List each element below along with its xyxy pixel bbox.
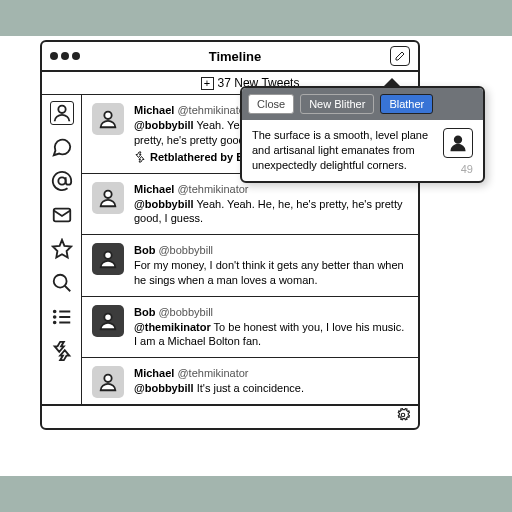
person-icon (97, 371, 119, 393)
tweet-item[interactable]: Bob @bobbybill For my money, I don't thi… (82, 235, 418, 297)
tweet-content: Bob @bobbybill For my money, I don't thi… (134, 243, 408, 288)
avatar[interactable] (92, 103, 124, 135)
svg-point-1 (58, 178, 65, 185)
avatar[interactable] (92, 243, 124, 275)
author-name[interactable]: Bob (134, 306, 155, 318)
avatar[interactable] (92, 366, 124, 398)
compose-text[interactable]: The surface is a smooth, level plane and… (252, 128, 435, 173)
svg-point-7 (104, 112, 111, 119)
reply-handle[interactable]: @bobbybill (134, 382, 194, 394)
sidebar (42, 95, 82, 404)
author-handle[interactable]: @tehmikinator (177, 183, 248, 195)
window-dot-icon (61, 52, 69, 60)
author-handle[interactable]: @tehmikinator (177, 104, 248, 116)
profile-icon (51, 102, 73, 124)
plus-icon: + (201, 77, 214, 90)
popover-header: Close New Blither Blather (242, 88, 483, 120)
tweet-text: For my money, I don't think it gets any … (134, 259, 404, 286)
author-name[interactable]: Michael (134, 104, 174, 116)
svg-point-10 (104, 313, 111, 320)
footer (42, 404, 418, 428)
sidebar-inbox[interactable] (50, 203, 74, 227)
title-bar: Timeline (42, 42, 418, 72)
sidebar-profile[interactable] (50, 101, 74, 125)
author-handle[interactable]: @tehmikinator (177, 367, 248, 379)
svg-point-8 (104, 190, 111, 197)
sidebar-mentions[interactable] (50, 169, 74, 193)
page-title: Timeline (80, 49, 390, 64)
compose-button[interactable] (390, 46, 410, 66)
tweet-text: It's just a coincidence. (194, 382, 304, 394)
window-dot-icon (72, 52, 80, 60)
list-icon (51, 306, 73, 328)
person-icon (448, 133, 468, 153)
sidebar-retweets[interactable] (50, 339, 74, 363)
new-blither-button[interactable]: New Blither (300, 94, 374, 114)
person-icon (97, 248, 119, 270)
speech-bubble-icon (51, 136, 73, 158)
svg-point-3 (53, 275, 66, 288)
search-icon (51, 272, 73, 294)
reply-handle[interactable]: @bobbybill (134, 198, 194, 210)
gear-icon (396, 408, 410, 422)
compose-popover: Close New Blither Blather The surface is… (240, 86, 485, 183)
tweet-item[interactable]: Michael @tehmikinator @bobbybill It's ju… (82, 358, 418, 404)
author-handle[interactable]: @bobbybill (158, 244, 213, 256)
tweet-content: Bob @bobbybill @themikinator To be hones… (134, 305, 408, 350)
envelope-icon (51, 204, 73, 226)
close-button[interactable]: Close (248, 94, 294, 114)
sidebar-favorites[interactable] (50, 237, 74, 261)
sidebar-lists[interactable] (50, 305, 74, 329)
author-name[interactable]: Michael (134, 367, 174, 379)
person-icon (97, 310, 119, 332)
svg-point-6 (53, 322, 55, 324)
svg-point-12 (455, 136, 462, 143)
sidebar-messages[interactable] (50, 135, 74, 159)
star-icon (51, 238, 73, 260)
svg-point-4 (53, 311, 55, 313)
author-name[interactable]: Michael (134, 183, 174, 195)
reply-handle[interactable]: @themikinator (134, 321, 211, 333)
tweet-content: Michael @tehmikinator @bobbybill It's ju… (134, 366, 304, 398)
person-icon (97, 187, 119, 209)
svg-point-0 (58, 106, 65, 113)
window-controls[interactable] (50, 52, 80, 60)
author-handle[interactable]: @bobbybill (158, 306, 213, 318)
sidebar-search[interactable] (50, 271, 74, 295)
blather-button[interactable]: Blather (380, 94, 433, 114)
tweet-item[interactable]: Bob @bobbybill @themikinator To be hones… (82, 297, 418, 359)
tweet-text: pretty, he's pretty good, (134, 134, 248, 146)
compose-avatar (443, 128, 473, 158)
svg-point-9 (104, 252, 111, 259)
settings-button[interactable] (396, 408, 410, 426)
at-icon (51, 170, 73, 192)
svg-point-5 (53, 316, 55, 318)
compose-icon (394, 50, 406, 62)
avatar[interactable] (92, 305, 124, 337)
author-name[interactable]: Bob (134, 244, 155, 256)
recycle-icon (134, 151, 146, 163)
recycle-icon (51, 340, 73, 362)
tweet-content: Michael @tehmikinator @bobbybill Yeah. Y… (134, 182, 408, 227)
tweet-item[interactable]: Michael @tehmikinator @bobbybill Yeah. Y… (82, 174, 418, 236)
avatar[interactable] (92, 182, 124, 214)
window-dot-icon (50, 52, 58, 60)
svg-point-11 (104, 375, 111, 382)
char-counter: 49 (461, 163, 473, 175)
person-icon (97, 108, 119, 130)
reply-handle[interactable]: @bobbybill (134, 119, 194, 131)
